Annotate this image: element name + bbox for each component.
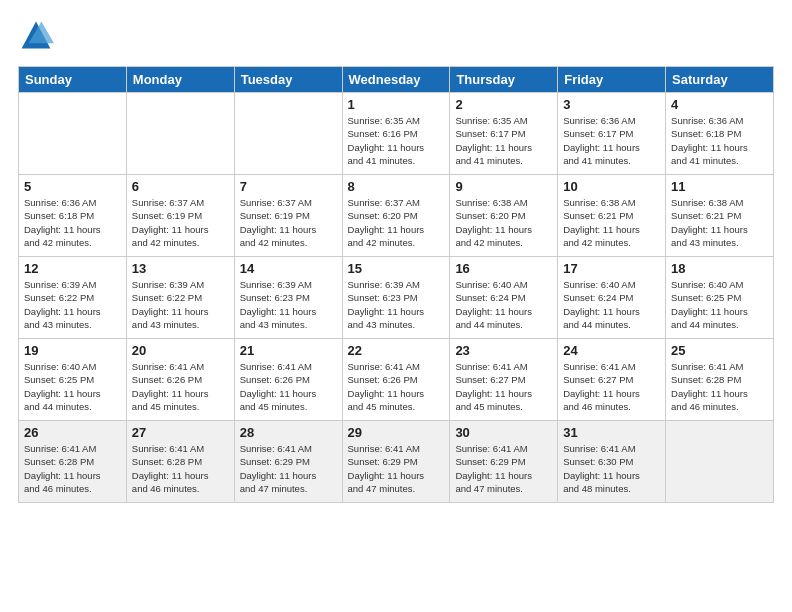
calendar-cell <box>234 93 342 175</box>
weekday-header-sunday: Sunday <box>19 67 127 93</box>
day-info: Sunrise: 6:41 AM Sunset: 6:30 PM Dayligh… <box>563 442 660 495</box>
calendar-table: SundayMondayTuesdayWednesdayThursdayFrid… <box>18 66 774 503</box>
page: SundayMondayTuesdayWednesdayThursdayFrid… <box>0 0 792 612</box>
day-number: 23 <box>455 343 552 358</box>
day-number: 10 <box>563 179 660 194</box>
day-info: Sunrise: 6:37 AM Sunset: 6:19 PM Dayligh… <box>132 196 229 249</box>
day-info: Sunrise: 6:41 AM Sunset: 6:28 PM Dayligh… <box>24 442 121 495</box>
day-info: Sunrise: 6:40 AM Sunset: 6:25 PM Dayligh… <box>671 278 768 331</box>
day-info: Sunrise: 6:41 AM Sunset: 6:26 PM Dayligh… <box>240 360 337 413</box>
day-number: 2 <box>455 97 552 112</box>
calendar-cell: 13Sunrise: 6:39 AM Sunset: 6:22 PM Dayli… <box>126 257 234 339</box>
calendar-cell: 19Sunrise: 6:40 AM Sunset: 6:25 PM Dayli… <box>19 339 127 421</box>
day-info: Sunrise: 6:41 AM Sunset: 6:27 PM Dayligh… <box>563 360 660 413</box>
day-number: 21 <box>240 343 337 358</box>
day-number: 28 <box>240 425 337 440</box>
day-info: Sunrise: 6:41 AM Sunset: 6:29 PM Dayligh… <box>348 442 445 495</box>
day-info: Sunrise: 6:38 AM Sunset: 6:21 PM Dayligh… <box>563 196 660 249</box>
day-info: Sunrise: 6:41 AM Sunset: 6:26 PM Dayligh… <box>348 360 445 413</box>
day-number: 15 <box>348 261 445 276</box>
calendar-cell: 29Sunrise: 6:41 AM Sunset: 6:29 PM Dayli… <box>342 421 450 503</box>
day-number: 22 <box>348 343 445 358</box>
day-number: 30 <box>455 425 552 440</box>
day-info: Sunrise: 6:41 AM Sunset: 6:29 PM Dayligh… <box>455 442 552 495</box>
calendar-cell: 26Sunrise: 6:41 AM Sunset: 6:28 PM Dayli… <box>19 421 127 503</box>
weekday-header-row: SundayMondayTuesdayWednesdayThursdayFrid… <box>19 67 774 93</box>
day-info: Sunrise: 6:40 AM Sunset: 6:24 PM Dayligh… <box>455 278 552 331</box>
day-number: 25 <box>671 343 768 358</box>
day-info: Sunrise: 6:36 AM Sunset: 6:17 PM Dayligh… <box>563 114 660 167</box>
day-number: 13 <box>132 261 229 276</box>
calendar-cell: 4Sunrise: 6:36 AM Sunset: 6:18 PM Daylig… <box>666 93 774 175</box>
day-info: Sunrise: 6:39 AM Sunset: 6:23 PM Dayligh… <box>348 278 445 331</box>
day-info: Sunrise: 6:41 AM Sunset: 6:28 PM Dayligh… <box>671 360 768 413</box>
calendar-cell: 24Sunrise: 6:41 AM Sunset: 6:27 PM Dayli… <box>558 339 666 421</box>
day-number: 26 <box>24 425 121 440</box>
calendar-cell: 23Sunrise: 6:41 AM Sunset: 6:27 PM Dayli… <box>450 339 558 421</box>
calendar-cell: 11Sunrise: 6:38 AM Sunset: 6:21 PM Dayli… <box>666 175 774 257</box>
day-number: 6 <box>132 179 229 194</box>
logo <box>18 18 58 54</box>
calendar-cell: 9Sunrise: 6:38 AM Sunset: 6:20 PM Daylig… <box>450 175 558 257</box>
day-info: Sunrise: 6:41 AM Sunset: 6:29 PM Dayligh… <box>240 442 337 495</box>
weekday-header-wednesday: Wednesday <box>342 67 450 93</box>
calendar-cell: 6Sunrise: 6:37 AM Sunset: 6:19 PM Daylig… <box>126 175 234 257</box>
weekday-header-monday: Monday <box>126 67 234 93</box>
weekday-header-thursday: Thursday <box>450 67 558 93</box>
day-number: 14 <box>240 261 337 276</box>
calendar-cell: 17Sunrise: 6:40 AM Sunset: 6:24 PM Dayli… <box>558 257 666 339</box>
day-number: 24 <box>563 343 660 358</box>
calendar-cell: 5Sunrise: 6:36 AM Sunset: 6:18 PM Daylig… <box>19 175 127 257</box>
day-number: 12 <box>24 261 121 276</box>
calendar-week-row: 5Sunrise: 6:36 AM Sunset: 6:18 PM Daylig… <box>19 175 774 257</box>
day-number: 20 <box>132 343 229 358</box>
calendar-cell: 12Sunrise: 6:39 AM Sunset: 6:22 PM Dayli… <box>19 257 127 339</box>
day-number: 3 <box>563 97 660 112</box>
calendar-cell <box>126 93 234 175</box>
day-number: 1 <box>348 97 445 112</box>
calendar-cell: 30Sunrise: 6:41 AM Sunset: 6:29 PM Dayli… <box>450 421 558 503</box>
weekday-header-saturday: Saturday <box>666 67 774 93</box>
calendar-cell: 28Sunrise: 6:41 AM Sunset: 6:29 PM Dayli… <box>234 421 342 503</box>
day-number: 29 <box>348 425 445 440</box>
weekday-header-tuesday: Tuesday <box>234 67 342 93</box>
day-info: Sunrise: 6:41 AM Sunset: 6:27 PM Dayligh… <box>455 360 552 413</box>
day-info: Sunrise: 6:35 AM Sunset: 6:17 PM Dayligh… <box>455 114 552 167</box>
day-info: Sunrise: 6:37 AM Sunset: 6:19 PM Dayligh… <box>240 196 337 249</box>
day-number: 31 <box>563 425 660 440</box>
day-number: 18 <box>671 261 768 276</box>
day-info: Sunrise: 6:36 AM Sunset: 6:18 PM Dayligh… <box>24 196 121 249</box>
calendar-cell: 18Sunrise: 6:40 AM Sunset: 6:25 PM Dayli… <box>666 257 774 339</box>
day-info: Sunrise: 6:39 AM Sunset: 6:23 PM Dayligh… <box>240 278 337 331</box>
calendar-cell <box>19 93 127 175</box>
calendar-cell: 10Sunrise: 6:38 AM Sunset: 6:21 PM Dayli… <box>558 175 666 257</box>
calendar-cell: 31Sunrise: 6:41 AM Sunset: 6:30 PM Dayli… <box>558 421 666 503</box>
day-info: Sunrise: 6:38 AM Sunset: 6:20 PM Dayligh… <box>455 196 552 249</box>
calendar-cell: 27Sunrise: 6:41 AM Sunset: 6:28 PM Dayli… <box>126 421 234 503</box>
calendar-week-row: 12Sunrise: 6:39 AM Sunset: 6:22 PM Dayli… <box>19 257 774 339</box>
calendar-cell: 7Sunrise: 6:37 AM Sunset: 6:19 PM Daylig… <box>234 175 342 257</box>
weekday-header-friday: Friday <box>558 67 666 93</box>
day-number: 7 <box>240 179 337 194</box>
calendar-week-row: 19Sunrise: 6:40 AM Sunset: 6:25 PM Dayli… <box>19 339 774 421</box>
calendar-week-row: 1Sunrise: 6:35 AM Sunset: 6:16 PM Daylig… <box>19 93 774 175</box>
calendar-cell: 3Sunrise: 6:36 AM Sunset: 6:17 PM Daylig… <box>558 93 666 175</box>
day-number: 4 <box>671 97 768 112</box>
day-number: 9 <box>455 179 552 194</box>
day-number: 27 <box>132 425 229 440</box>
day-info: Sunrise: 6:37 AM Sunset: 6:20 PM Dayligh… <box>348 196 445 249</box>
calendar-cell: 14Sunrise: 6:39 AM Sunset: 6:23 PM Dayli… <box>234 257 342 339</box>
day-info: Sunrise: 6:39 AM Sunset: 6:22 PM Dayligh… <box>24 278 121 331</box>
day-info: Sunrise: 6:40 AM Sunset: 6:25 PM Dayligh… <box>24 360 121 413</box>
day-number: 19 <box>24 343 121 358</box>
calendar-week-row: 26Sunrise: 6:41 AM Sunset: 6:28 PM Dayli… <box>19 421 774 503</box>
calendar-cell: 22Sunrise: 6:41 AM Sunset: 6:26 PM Dayli… <box>342 339 450 421</box>
day-info: Sunrise: 6:41 AM Sunset: 6:28 PM Dayligh… <box>132 442 229 495</box>
day-info: Sunrise: 6:35 AM Sunset: 6:16 PM Dayligh… <box>348 114 445 167</box>
day-info: Sunrise: 6:41 AM Sunset: 6:26 PM Dayligh… <box>132 360 229 413</box>
calendar-cell: 20Sunrise: 6:41 AM Sunset: 6:26 PM Dayli… <box>126 339 234 421</box>
day-number: 16 <box>455 261 552 276</box>
day-info: Sunrise: 6:40 AM Sunset: 6:24 PM Dayligh… <box>563 278 660 331</box>
calendar-cell: 1Sunrise: 6:35 AM Sunset: 6:16 PM Daylig… <box>342 93 450 175</box>
day-number: 5 <box>24 179 121 194</box>
